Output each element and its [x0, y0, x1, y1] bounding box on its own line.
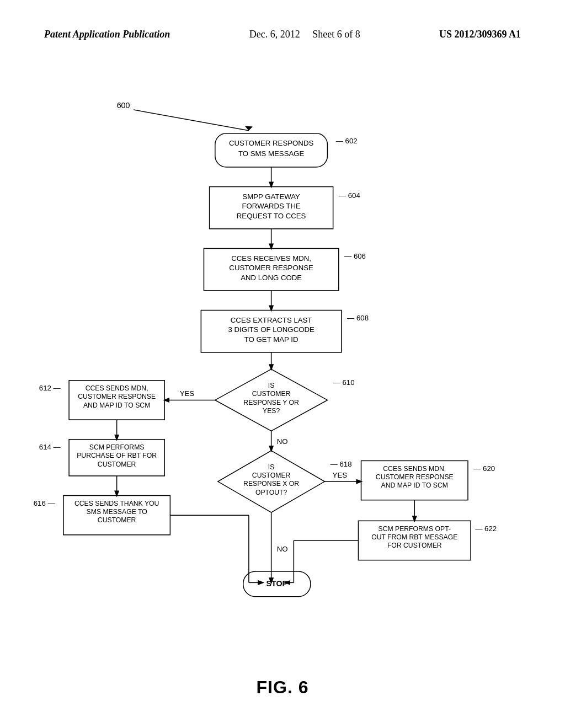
label-610: — 610: [333, 378, 355, 387]
page: Patent Application Publication Dec. 6, 2…: [0, 0, 565, 728]
node-620-line1: CCES SENDS MDN,: [383, 465, 446, 473]
node-614-line1: SCM PERFORMS: [89, 443, 145, 451]
flowchart-diagram: 600 CUSTOMER RESPONDS TO SMS MESSAGE — 6…: [0, 77, 565, 695]
svg-line-0: [134, 110, 249, 131]
no-618-label: NO: [277, 545, 288, 553]
header: Patent Application Publication Dec. 6, 2…: [0, 28, 565, 41]
node-610-line4: YES?: [263, 407, 280, 415]
node-614-line3: CUSTOMER: [98, 461, 136, 468]
sheet-info: Sheet 6 of 8: [312, 29, 360, 40]
header-date-sheet: Dec. 6, 2012 Sheet 6 of 8: [249, 28, 360, 41]
label-614: 614 —: [39, 443, 61, 451]
publication-date: Dec. 6, 2012: [249, 29, 300, 40]
no-610-label: NO: [277, 437, 288, 446]
node-604-line2: FORWARDS THE: [242, 202, 301, 210]
node-622-line1: SCM PERFORMS OPT-: [379, 525, 451, 533]
figure-label: FIG. 6: [257, 677, 309, 698]
node-618-line1: IS: [268, 463, 275, 471]
node-616-line1: CCES SENDS THANK YOU: [74, 500, 159, 507]
node-602-line2: TO SMS MESSAGE: [238, 149, 305, 158]
label-616: 616 —: [34, 499, 56, 507]
node-604-line3: REQUEST TO CCES: [237, 212, 306, 220]
yes-610-label: YES: [180, 389, 195, 398]
node-616-line2: SMS MESSAGE TO: [87, 508, 147, 516]
label-606: — 606: [344, 252, 366, 260]
label-612: 612 —: [39, 384, 61, 392]
node-620-line2: CUSTOMER RESPONSE: [376, 473, 454, 481]
node-606-line1: CCES RECEIVES MDN,: [231, 254, 311, 263]
node-620-line3: AND MAP ID TO SCM: [381, 481, 448, 489]
node-608-line3: TO GET MAP ID: [244, 335, 299, 344]
node-618-line2: CUSTOMER: [252, 472, 291, 479]
node-610-line1: IS: [268, 382, 275, 389]
node-616-line3: CUSTOMER: [98, 516, 136, 524]
node-622-line3: FOR CUSTOMER: [387, 542, 442, 549]
patent-number: US 2012/309369 A1: [439, 28, 521, 41]
diagram-id-label: 600: [117, 101, 130, 110]
node-602-line1: CUSTOMER RESPONDS: [229, 139, 313, 147]
label-622: — 622: [475, 524, 497, 533]
yes-618-label: YES: [333, 471, 348, 479]
node-610-line3: RESPONSE Y OR: [243, 399, 299, 406]
node-606-line3: AND LONG CODE: [241, 274, 302, 282]
node-622-line2: OUT FROM RBT MESSAGE: [371, 533, 457, 541]
label-618: — 618: [331, 460, 352, 468]
node-608-line1: CCES EXTRACTS LAST: [231, 316, 312, 324]
publication-title: Patent Application Publication: [44, 28, 170, 41]
node-614-line2: PURCHASE OF RBT FOR: [77, 452, 157, 459]
label-620: — 620: [473, 464, 495, 473]
node-604-line1: SMPP GATEWAY: [242, 192, 300, 201]
node-612-line1: CCES SENDS MDN,: [86, 384, 148, 392]
node-618-line3: RESPONSE X OR: [243, 480, 299, 488]
label-602: — 602: [336, 137, 358, 145]
node-612-line2: CUSTOMER RESPONSE: [78, 393, 156, 400]
node-606-line2: CUSTOMER RESPONSE: [229, 264, 313, 272]
node-612-line3: AND MAP ID TO SCM: [83, 402, 150, 409]
node-610-line2: CUSTOMER: [252, 390, 291, 398]
label-604: — 604: [339, 191, 360, 200]
node-618-line4: OPTOUT?: [255, 489, 287, 496]
label-608: — 608: [347, 314, 369, 322]
node-608-line2: 3 DIGITS OF LONGCODE: [228, 325, 315, 334]
stop-node-label: STOP: [266, 579, 288, 588]
